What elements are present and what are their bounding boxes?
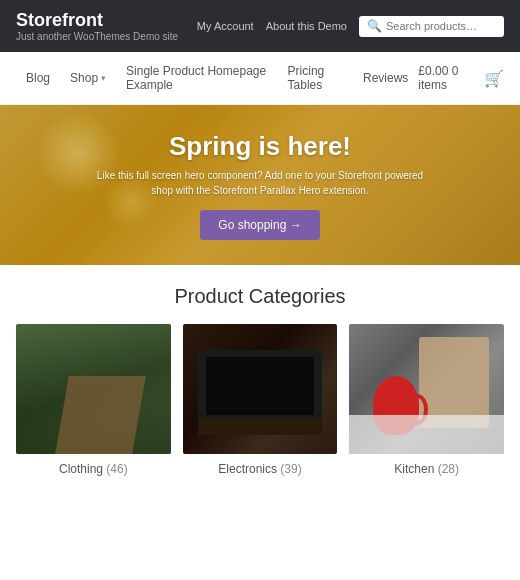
category-label-kitchen: Kitchen (28): [394, 462, 459, 476]
nav-item-blog[interactable]: Blog: [16, 59, 60, 97]
brand: Storefront Just another WooThemes Demo s…: [16, 10, 178, 42]
categories-section: Product Categories Clothing (46) Electro…: [0, 265, 520, 486]
about-demo-link[interactable]: About this Demo: [266, 20, 347, 32]
category-image-kitchen: [349, 324, 504, 454]
categories-grid: Clothing (46) Electronics (39) Kitchen (…: [16, 324, 504, 476]
nav-item-shop[interactable]: Shop ▾: [60, 59, 116, 97]
cart-amount: £0.00 0 items: [418, 64, 476, 92]
go-shopping-button[interactable]: Go shopping →: [200, 210, 319, 240]
site-tagline: Just another WooThemes Demo site: [16, 31, 178, 42]
cloth-decoration: [349, 415, 504, 454]
category-image-electronics: [183, 324, 338, 454]
category-card-electronics[interactable]: Electronics (39): [183, 324, 338, 476]
category-label-electronics: Electronics (39): [218, 462, 301, 476]
category-card-clothing[interactable]: Clothing (46): [16, 324, 171, 476]
nav-left: Blog Shop ▾ Single Product Homepage Exam…: [16, 52, 418, 104]
site-header: Storefront Just another WooThemes Demo s…: [0, 0, 520, 52]
nav-right: £0.00 0 items 🛒: [418, 64, 504, 92]
categories-title: Product Categories: [16, 285, 504, 308]
search-input[interactable]: [386, 20, 496, 32]
hero-title: Spring is here!: [169, 131, 351, 162]
hero-text: Like this full screen hero component? Ad…: [90, 168, 430, 198]
chevron-down-icon: ▾: [101, 73, 106, 83]
nav-item-single-product[interactable]: Single Product Homepage Example: [116, 52, 277, 104]
category-card-kitchen[interactable]: Kitchen (28): [349, 324, 504, 476]
category-image-clothing: [16, 324, 171, 454]
hero-section: Spring is here! Like this full screen he…: [0, 105, 520, 265]
nav-item-pricing[interactable]: Pricing Tables: [278, 52, 353, 104]
nav-item-reviews[interactable]: Reviews: [353, 59, 418, 97]
search-box: 🔍: [359, 16, 504, 37]
main-nav: Blog Shop ▾ Single Product Homepage Exam…: [0, 52, 520, 105]
cart-icon[interactable]: 🛒: [484, 69, 504, 88]
my-account-link[interactable]: My Account: [197, 20, 254, 32]
search-icon: 🔍: [367, 19, 382, 34]
site-title: Storefront: [16, 10, 178, 31]
tv-stand: [198, 419, 322, 435]
header-right: My Account About this Demo 🔍: [197, 16, 504, 37]
category-label-clothing: Clothing (46): [59, 462, 128, 476]
